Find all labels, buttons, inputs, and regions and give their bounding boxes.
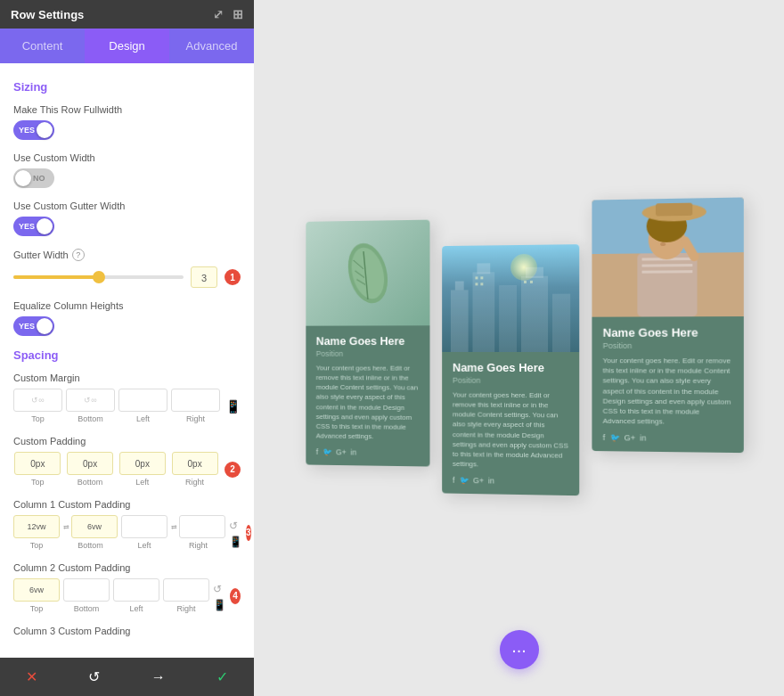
svg-rect-17 bbox=[480, 282, 483, 285]
col2-bottom-cell: Bottom bbox=[63, 578, 110, 613]
col3-padding-label: Column 3 Custom Padding bbox=[13, 626, 241, 636]
card-3-icons: f 🐦 G+ in bbox=[603, 433, 733, 444]
col1-right-cell: ⇄ Right bbox=[171, 515, 225, 550]
col2-reset-icon[interactable]: ↺ bbox=[213, 583, 226, 595]
gutter-width-slider[interactable] bbox=[13, 275, 184, 279]
margin-right-cell: Right bbox=[171, 389, 220, 423]
card-1-name: Name Goes Here bbox=[316, 334, 420, 348]
margin-device-icon[interactable]: 📱 bbox=[225, 399, 241, 414]
gutter-toggle-row: YES bbox=[13, 217, 241, 236]
panel-header: Row Settings ⤢ ⊞ bbox=[0, 0, 254, 29]
col1-bottom-cell: ⇄ 6vw Bottom bbox=[63, 515, 118, 550]
badge-1: 1 bbox=[225, 269, 241, 285]
svg-rect-22 bbox=[637, 253, 697, 317]
col1-padding-label: Column 1 Custom Padding bbox=[13, 499, 241, 510]
redo-button[interactable]: → bbox=[151, 669, 166, 685]
col2-left-input[interactable] bbox=[113, 578, 159, 602]
card-2-icons: f 🐦 G+ in bbox=[453, 476, 568, 487]
margin-top-input[interactable]: ↺∞ bbox=[13, 389, 62, 412]
card-2-tw-icon: 🐦 bbox=[459, 476, 469, 485]
confirm-button[interactable]: ✓ bbox=[216, 668, 228, 685]
sizing-title: Sizing bbox=[13, 80, 241, 94]
col2-padding-row: 6vw Top Bottom Left Right bbox=[13, 578, 241, 613]
card-3-gp-icon: G+ bbox=[625, 433, 636, 442]
col1-right-label: Right bbox=[189, 541, 208, 550]
pad-left-input[interactable]: 0px bbox=[119, 452, 166, 475]
pad-bottom-label: Bottom bbox=[78, 478, 103, 487]
right-area: Name Goes Here Position Your content goe… bbox=[254, 0, 784, 696]
col2-right-input[interactable] bbox=[163, 578, 209, 602]
gutter-width-value: 3 bbox=[191, 266, 217, 288]
card-3-position: Position bbox=[603, 341, 733, 350]
col2-device-icon[interactable]: 📱 bbox=[213, 599, 226, 611]
card-3-tw-icon: 🐦 bbox=[609, 433, 619, 442]
tabs: Content Design Advanced bbox=[0, 29, 254, 63]
pad-bottom-cell: 0px Bottom bbox=[66, 452, 115, 487]
col1-bottom-label: Bottom bbox=[78, 541, 103, 550]
gutter-width-label: Gutter Width ? bbox=[13, 249, 241, 261]
fullwidth-toggle[interactable]: YES bbox=[13, 120, 54, 140]
svg-rect-18 bbox=[524, 281, 527, 283]
col2-bottom-label: Bottom bbox=[74, 604, 100, 613]
card-2-fb-icon: f bbox=[453, 476, 454, 485]
col1-right-input[interactable] bbox=[179, 515, 225, 538]
floating-action-button[interactable]: ··· bbox=[500, 630, 539, 669]
card-1-fb-icon: f bbox=[316, 447, 318, 456]
card-2-li-icon: in bbox=[488, 477, 494, 486]
col1-link-icon: ⇄ bbox=[63, 523, 69, 531]
col2-right-label: Right bbox=[176, 604, 195, 613]
svg-rect-6 bbox=[451, 290, 469, 352]
margin-left-input[interactable] bbox=[118, 389, 167, 412]
gutter-width-help-icon[interactable]: ? bbox=[72, 249, 85, 261]
svg-rect-16 bbox=[475, 282, 478, 285]
pad-top-cell: 0px Top bbox=[13, 452, 62, 487]
card-1-body: Name Goes Here Position Your content goe… bbox=[306, 325, 429, 467]
panel-header-icons: ⤢ ⊞ bbox=[213, 7, 243, 21]
gutter-toggle[interactable]: YES bbox=[13, 217, 54, 236]
cancel-button[interactable]: ✕ bbox=[26, 668, 37, 685]
reset-button[interactable]: ↺ bbox=[88, 668, 100, 685]
left-panel: Row Settings ⤢ ⊞ Content Design Advanced… bbox=[0, 0, 254, 696]
col1-left-label: Left bbox=[137, 541, 151, 550]
col1-top-input[interactable]: 12vw bbox=[13, 515, 60, 538]
col1-left-input[interactable] bbox=[121, 515, 167, 538]
person-svg bbox=[592, 197, 743, 316]
card-2-gp-icon: G+ bbox=[473, 476, 484, 485]
col2-bottom-input[interactable] bbox=[63, 578, 110, 602]
pad-top-input[interactable]: 0px bbox=[14, 452, 61, 475]
card-1: Name Goes Here Position Your content goe… bbox=[306, 219, 429, 466]
svg-rect-13 bbox=[552, 293, 570, 351]
margin-bottom-input[interactable]: ↺∞ bbox=[66, 389, 115, 412]
card-3-image bbox=[592, 197, 743, 316]
col2-top-label: Top bbox=[30, 604, 44, 613]
svg-rect-15 bbox=[480, 276, 483, 279]
col1-reset-icon[interactable]: ↺ bbox=[229, 520, 242, 532]
custom-width-toggle-row: NO bbox=[13, 168, 241, 188]
svg-rect-19 bbox=[530, 281, 533, 283]
margin-right-label: Right bbox=[186, 414, 205, 423]
margin-right-input[interactable] bbox=[171, 389, 220, 412]
grid-icon[interactable]: ⊞ bbox=[233, 7, 243, 21]
panel-body: Sizing Make This Row Fullwidth YES Use C… bbox=[0, 63, 254, 696]
custom-padding-label: Custom Padding bbox=[13, 436, 241, 446]
panel-footer: ✕ ↺ → ✓ bbox=[0, 658, 254, 696]
fullwidth-toggle-row: YES bbox=[13, 120, 241, 140]
custom-margin-label: Custom Margin bbox=[13, 373, 241, 383]
tab-design[interactable]: Design bbox=[85, 29, 169, 63]
svg-rect-10 bbox=[499, 285, 517, 352]
card-2: Name Goes Here Position Your content goe… bbox=[442, 244, 579, 496]
col1-bottom-input[interactable]: 6vw bbox=[71, 515, 118, 538]
card-3-li-icon: in bbox=[640, 434, 646, 443]
pad-bottom-input[interactable]: 0px bbox=[67, 452, 113, 475]
col2-padding-label: Column 2 Custom Padding bbox=[13, 562, 241, 573]
tab-content[interactable]: Content bbox=[0, 29, 85, 63]
pad-right-input[interactable]: 0px bbox=[172, 452, 218, 475]
margin-top-cell: ↺∞ Top bbox=[13, 389, 62, 423]
equalize-toggle[interactable]: YES bbox=[13, 316, 54, 336]
tab-advanced[interactable]: Advanced bbox=[169, 29, 254, 63]
svg-rect-7 bbox=[455, 281, 464, 290]
col1-device-icon[interactable]: 📱 bbox=[229, 536, 242, 548]
expand-icon[interactable]: ⤢ bbox=[213, 7, 224, 21]
custom-width-toggle[interactable]: NO bbox=[13, 168, 54, 188]
col2-top-input[interactable]: 6vw bbox=[13, 578, 60, 602]
